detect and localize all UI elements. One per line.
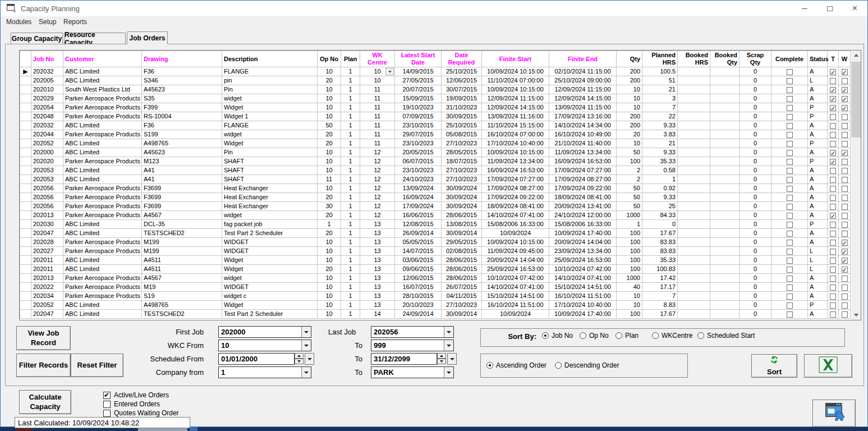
close-button[interactable]: ×	[842, 1, 867, 16]
scroll-down-icon[interactable]	[851, 310, 861, 320]
column-header-job_no[interactable]: Job No	[31, 51, 63, 67]
table-row[interactable]: 202030ABC LimitedDCL-35fag packet job111…	[20, 220, 851, 229]
table-row[interactable]: 202052ABC LimitedA498765Widget1011320/10…	[20, 301, 851, 310]
t-checkbox[interactable]	[830, 78, 836, 84]
w-checkbox[interactable]	[842, 302, 848, 309]
t-checkbox[interactable]	[830, 96, 836, 102]
table-row[interactable]: 202032ABC LimitedF36FLANGE5011123/10/201…	[20, 121, 851, 130]
w-checkbox[interactable]	[842, 78, 848, 84]
column-header-finite_end[interactable]: Finite End	[549, 51, 617, 67]
table-row[interactable]: 202056Parker Aerospace ProductsF3699Heat…	[20, 202, 851, 211]
t-checkbox[interactable]	[830, 168, 836, 174]
row-selector[interactable]	[20, 76, 31, 85]
checkbox-entered-orders[interactable]: Entered Orders	[103, 400, 160, 408]
t-checkbox[interactable]	[830, 311, 836, 318]
row-selector[interactable]	[20, 238, 31, 247]
t-checkbox[interactable]	[830, 69, 836, 75]
wk-centre-dropdown-icon[interactable]	[385, 68, 394, 75]
row-selector[interactable]	[20, 157, 31, 166]
complete-checkbox[interactable]	[787, 168, 793, 174]
chevron-down-icon[interactable]	[444, 327, 453, 337]
table-row[interactable]: 202028Parker Aerospace ProductsM199WIDGE…	[20, 238, 851, 247]
chevron-down-icon[interactable]	[444, 340, 453, 351]
row-selector[interactable]	[20, 193, 31, 202]
calculate-capacity-button[interactable]: Calculate Capacity	[19, 390, 71, 414]
complete-checkbox[interactable]	[787, 276, 793, 282]
complete-checkbox[interactable]	[787, 285, 793, 291]
t-checkbox[interactable]	[830, 267, 836, 273]
radio-scheduled-start[interactable]: Scheduled Start	[697, 332, 755, 340]
w-checkbox[interactable]	[842, 105, 848, 111]
table-row[interactable]: ▶202032ABC LimitedF36FLANGE1011014/09/20…	[20, 67, 851, 76]
company-from-combo[interactable]: 1	[218, 366, 311, 378]
t-checkbox[interactable]	[830, 302, 836, 309]
table-row[interactable]: 202027Parker Aerospace ProductsM199WIDGE…	[20, 247, 851, 256]
scheduled-to-field[interactable]: 31/12/2099	[371, 353, 437, 365]
tab-group-capacity[interactable]: Group Capacity	[11, 33, 63, 44]
row-selector[interactable]	[20, 202, 31, 211]
scheduled-from-spinner[interactable]	[295, 353, 304, 365]
w-checkbox[interactable]	[842, 240, 848, 246]
t-checkbox[interactable]	[830, 276, 836, 282]
row-selector[interactable]	[20, 121, 31, 130]
wkc-to-combo[interactable]: 999	[371, 340, 454, 351]
complete-checkbox[interactable]	[787, 311, 793, 318]
radio-ascending[interactable]: Ascending Order	[486, 361, 546, 369]
complete-checkbox[interactable]	[787, 195, 793, 201]
chevron-down-icon[interactable]	[301, 367, 311, 378]
table-row[interactable]: 202011ABC LimitedA4511Widget1011303/06/2…	[20, 256, 851, 265]
t-checkbox[interactable]	[830, 186, 836, 192]
row-selector[interactable]	[20, 220, 31, 229]
w-checkbox[interactable]	[842, 114, 848, 120]
row-selector[interactable]	[20, 301, 31, 310]
spin-down-icon[interactable]	[295, 359, 304, 364]
w-checkbox[interactable]	[842, 294, 848, 300]
table-row[interactable]: 202052ABC LimitedA498765Widget2011123/10…	[20, 139, 851, 148]
filter-records-button[interactable]: Filter Records	[16, 354, 71, 377]
complete-checkbox[interactable]	[787, 159, 793, 165]
checkbox-icon[interactable]	[103, 392, 111, 399]
t-checkbox[interactable]	[830, 195, 836, 201]
w-checkbox[interactable]	[842, 311, 848, 318]
chevron-down-icon[interactable]	[301, 327, 311, 337]
menu-reports[interactable]: Reports	[63, 18, 87, 26]
table-row[interactable]: 202053ABC LimitedA41SHAFT1111224/10/2023…	[20, 175, 851, 184]
w-checkbox[interactable]	[842, 195, 848, 201]
t-checkbox[interactable]	[830, 294, 836, 300]
t-checkbox[interactable]	[830, 258, 836, 264]
export-excel-button[interactable]	[804, 354, 852, 378]
complete-checkbox[interactable]	[787, 249, 793, 255]
complete-checkbox[interactable]	[787, 240, 793, 246]
row-selector[interactable]	[20, 166, 31, 175]
chevron-down-icon[interactable]	[301, 340, 311, 351]
t-checkbox[interactable]	[830, 231, 836, 237]
row-selector[interactable]	[20, 112, 31, 121]
spin-down-icon[interactable]	[437, 359, 446, 364]
table-row[interactable]: 202053ABC LimitedA41SHAFT1011223/10/2023…	[20, 166, 851, 175]
complete-checkbox[interactable]	[787, 141, 793, 147]
current-row-arrow[interactable]: ▶	[20, 67, 31, 76]
radio-icon[interactable]	[580, 332, 586, 339]
row-selector[interactable]	[20, 85, 31, 94]
complete-checkbox[interactable]	[787, 302, 793, 309]
spin-up-icon[interactable]	[437, 353, 446, 359]
radio-icon[interactable]	[652, 332, 659, 339]
first-job-combo[interactable]: 202000	[218, 326, 311, 338]
table-row[interactable]: 202010South West Plastics LtdA45623Pin10…	[20, 85, 851, 94]
close-form-button[interactable]	[812, 400, 856, 427]
maximize-button[interactable]	[817, 1, 842, 16]
column-header-qty[interactable]: Qty	[617, 51, 642, 67]
complete-checkbox[interactable]	[787, 294, 793, 300]
column-header-w[interactable]: W	[839, 51, 851, 67]
w-checkbox[interactable]	[842, 231, 848, 237]
complete-checkbox[interactable]	[787, 114, 793, 120]
complete-checkbox[interactable]	[787, 123, 793, 129]
w-checkbox[interactable]	[842, 150, 848, 156]
radio-icon[interactable]	[542, 332, 549, 339]
w-checkbox[interactable]	[842, 132, 848, 138]
complete-checkbox[interactable]	[787, 258, 793, 264]
column-header-finite_start[interactable]: Finite Start	[482, 51, 549, 67]
column-header-booked_hrs[interactable]: Booked HRS	[678, 51, 710, 67]
complete-checkbox[interactable]	[787, 231, 793, 237]
column-header-drawing[interactable]: Drawing	[142, 51, 222, 67]
